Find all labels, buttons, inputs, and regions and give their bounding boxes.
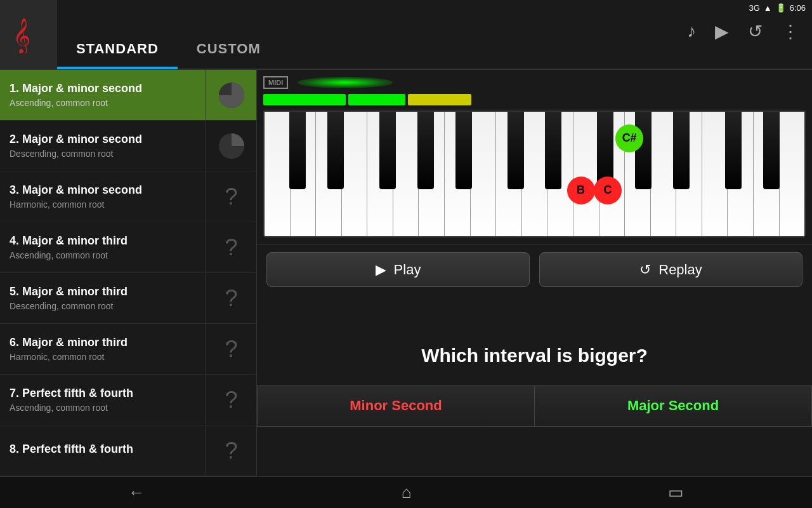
- list-item-icon: ?: [206, 222, 256, 272]
- list-item-content: 3. Major & minor second Harmonic, common…: [0, 171, 206, 222]
- list-item-subtitle: Harmonic, common root: [10, 199, 196, 210]
- list-item-title: 6. Major & minor third: [10, 336, 196, 349]
- list-item[interactable]: 4. Major & minor third Ascending, common…: [0, 222, 256, 273]
- white-key: [419, 112, 445, 236]
- progress-bar: [263, 94, 806, 105]
- signal-icon: ▲: [764, 3, 772, 13]
- list-item-subtitle: Descending, common root: [10, 149, 196, 159]
- midi-glow: [298, 77, 393, 88]
- answer-minor-second[interactable]: Minor Second: [257, 385, 534, 427]
- white-key: [471, 112, 497, 236]
- list-item[interactable]: 7. Perfect fifth & fourth Ascending, com…: [0, 375, 256, 425]
- question-icon: ?: [225, 438, 237, 464]
- battery-icon: 🔋: [776, 3, 786, 13]
- tab-bar: STANDARD CUSTOM: [57, 0, 280, 69]
- midi-header: MIDI: [263, 76, 806, 89]
- white-key: [316, 112, 342, 236]
- clock: 6:06: [790, 3, 806, 13]
- answer-buttons: Minor Second Major Second: [257, 385, 812, 427]
- list-item-title: 2. Major & minor second: [10, 133, 196, 146]
- svg-text:𝄞: 𝄞: [13, 18, 30, 53]
- list-item-content: 2. Major & minor second Descending, comm…: [0, 121, 206, 171]
- question-icon: ?: [225, 336, 237, 363]
- list-item-icon: ?: [206, 273, 256, 323]
- midi-badge: MIDI: [263, 76, 288, 89]
- note-csharp: C#: [615, 124, 643, 152]
- question-icon: ?: [225, 285, 237, 312]
- list-item-content: 6. Major & minor third Harmonic, common …: [0, 324, 206, 374]
- white-key: [445, 112, 471, 236]
- list-item-content: 5. Major & minor third Descending, commo…: [0, 273, 206, 323]
- list-item-icon: ?: [206, 171, 256, 222]
- replay-arrow-icon: ↺: [639, 262, 651, 278]
- list-item-icon: ?: [206, 324, 256, 374]
- white-key: [393, 112, 419, 236]
- progress-segment: [263, 94, 346, 105]
- app-logo: 𝄞: [0, 0, 57, 69]
- list-item-content: 1. Major & minor second Ascending, commo…: [0, 70, 206, 120]
- tab-standard[interactable]: STANDARD: [57, 0, 178, 69]
- play-label: Play: [394, 262, 421, 278]
- question-icon: ?: [225, 387, 237, 413]
- white-key: [780, 112, 805, 236]
- bottom-nav: ← ⌂ ▭: [0, 476, 812, 508]
- piano-keyboard: B C C#: [263, 110, 806, 237]
- replay-icon[interactable]: ↺: [748, 21, 763, 42]
- list-item-subtitle: Harmonic, common root: [10, 352, 196, 362]
- tab-custom[interactable]: CUSTOM: [178, 0, 280, 69]
- network-indicator: 3G: [749, 3, 759, 13]
- list-item-title: 5. Major & minor third: [10, 285, 196, 298]
- list-item-icon: ?: [206, 425, 256, 476]
- status-bar: 3G ▲ 🔋 6:06: [749, 0, 812, 15]
- note-c: C: [594, 177, 622, 204]
- list-item-icon: [206, 70, 256, 120]
- white-key: [522, 112, 548, 236]
- list-item[interactable]: 2. Major & minor second Descending, comm…: [0, 121, 256, 171]
- replay-button[interactable]: ↺ Replay: [539, 252, 802, 287]
- list-item[interactable]: 3. Major & minor second Harmonic, common…: [0, 171, 256, 222]
- white-key: [651, 112, 677, 236]
- white-key: [573, 112, 599, 236]
- home-button[interactable]: ⌂: [402, 483, 412, 502]
- list-item-title: 8. Perfect fifth & fourth: [10, 443, 196, 456]
- list-item-title: 1. Major & minor second: [10, 82, 196, 95]
- list-item-content: 8. Perfect fifth & fourth: [0, 425, 206, 476]
- white-key: [728, 112, 754, 236]
- control-buttons: ▶ Play ↺ Replay: [257, 244, 812, 295]
- list-item-title: 7. Perfect fifth & fourth: [10, 387, 196, 400]
- answer-major-second[interactable]: Major Second: [534, 385, 812, 427]
- list-item-content: 4. Major & minor third Ascending, common…: [0, 222, 206, 272]
- piano-section: MIDI: [257, 70, 812, 244]
- back-button[interactable]: ←: [128, 483, 145, 502]
- white-key: [342, 112, 368, 236]
- white-key: [754, 112, 780, 236]
- list-item-content: 7. Perfect fifth & fourth Ascending, com…: [0, 375, 206, 425]
- more-icon[interactable]: ⋮: [782, 21, 799, 42]
- list-item-title: 4. Major & minor third: [10, 234, 196, 248]
- question-icon: ?: [225, 184, 237, 210]
- main-content: MIDI: [257, 70, 812, 476]
- list-item[interactable]: 5. Major & minor third Descending, commo…: [0, 273, 256, 324]
- question-icon: ?: [225, 234, 237, 261]
- white-key: [676, 112, 702, 236]
- list-item-title: 3. Major & minor second: [10, 184, 196, 197]
- list-item-subtitle: Ascending, common root: [10, 250, 196, 260]
- header: 𝄞 STANDARD CUSTOM ♪ ▶ ↺ ⋮: [0, 0, 812, 70]
- list-item-icon: [206, 121, 256, 171]
- list-item-subtitle: Ascending, common root: [10, 403, 196, 413]
- list-item[interactable]: 1. Major & minor second Ascending, commo…: [0, 70, 256, 121]
- music-icon[interactable]: ♪: [687, 21, 696, 41]
- list-item[interactable]: 8. Perfect fifth & fourth ?: [0, 425, 256, 476]
- question-section: Which interval is bigger? Minor Second M…: [257, 295, 812, 476]
- play-triangle-icon: ▶: [376, 262, 386, 278]
- list-item-subtitle: Ascending, common root: [10, 98, 196, 108]
- header-actions: ♪ ▶ ↺ ⋮: [687, 21, 812, 48]
- white-key: [291, 112, 317, 236]
- progress-segment: [408, 94, 471, 105]
- play-button[interactable]: ▶ Play: [266, 252, 530, 287]
- list-item[interactable]: 6. Major & minor third Harmonic, common …: [0, 324, 256, 375]
- white-key: [367, 112, 393, 236]
- question-text: Which interval is bigger?: [421, 345, 648, 366]
- recent-button[interactable]: ▭: [668, 483, 684, 502]
- play-icon[interactable]: ▶: [715, 21, 729, 42]
